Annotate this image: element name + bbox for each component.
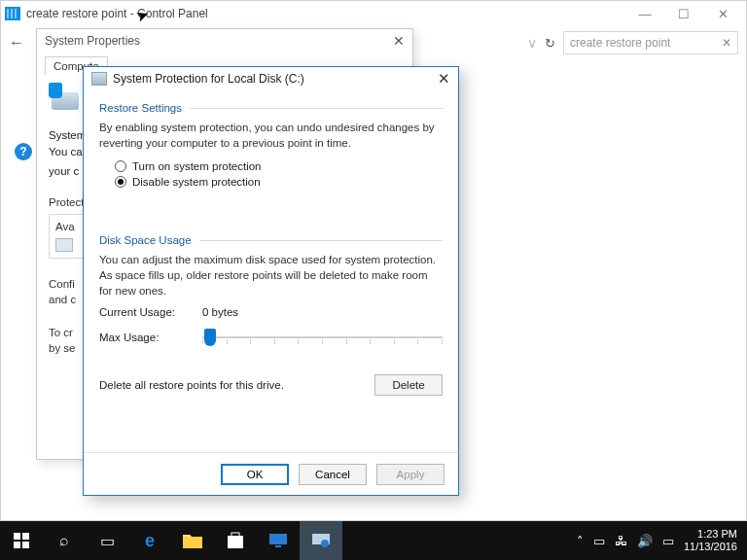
taskbar-edge[interactable]: e (128, 521, 171, 560)
system-properties-close-icon[interactable]: ✕ (393, 33, 405, 49)
search-placeholder: create restore point (570, 36, 670, 50)
edge-icon: e (145, 531, 155, 551)
monitor-icon (268, 532, 288, 549)
radio-icon (115, 176, 126, 188)
restore-settings-desc: By enabling system protection, you can u… (99, 120, 443, 151)
dialog-title: System Protection for Local Disk (C:) (113, 72, 304, 86)
delete-restore-points-desc: Delete all restore points for this drive… (99, 379, 374, 391)
folder-icon (183, 533, 202, 548)
network-icon[interactable]: 🖧 (615, 534, 627, 548)
windows-logo-icon (14, 533, 29, 548)
radio-turn-on-label: Turn on system protection (132, 160, 262, 172)
protection-radio-group: Turn on system protection Disable system… (115, 160, 443, 188)
taskbar-app-1[interactable] (257, 521, 300, 560)
disk-space-desc: You can adjust the maximum disk space us… (99, 252, 443, 298)
task-view-icon: ▭ (100, 532, 115, 550)
action-center-icon[interactable]: ▭ (662, 534, 674, 548)
taskbar: ⌕ ▭ e ˄ ▭ 🖧 🔊 ▭ 1:23 PM 11/13/2016 (0, 521, 747, 560)
search-icon: ⌕ (59, 532, 69, 549)
control-panel-titlebar: create restore point - Control Panel — ☐… (1, 1, 746, 26)
cancel-button[interactable]: Cancel (299, 464, 367, 485)
svg-point-5 (321, 540, 329, 547)
breadcrumb-separator-icon: ∨ (527, 35, 537, 51)
control-panel-sidebar: ? (1, 59, 36, 487)
control-panel-title: create restore point - Control Panel (26, 7, 208, 20)
volume-icon[interactable]: 🔊 (637, 534, 653, 548)
refresh-icon[interactable]: ↻ (545, 36, 555, 51)
system-properties-titlebar: System Properties ✕ (37, 29, 412, 52)
delete-button[interactable]: Delete (374, 374, 443, 396)
max-usage-label: Max Usage: (99, 332, 191, 343)
back-icon[interactable]: ← (9, 34, 24, 52)
radio-disable[interactable]: Disable system protection (115, 176, 443, 188)
clear-search-icon[interactable]: ✕ (722, 36, 731, 50)
taskbar-store[interactable] (214, 521, 257, 560)
search-input[interactable]: create restore point ✕ (563, 31, 738, 54)
dialog-titlebar: System Protection for Local Disk (C:) ✕ (84, 67, 458, 90)
disk-space-heading: Disk Space Usage (99, 234, 192, 246)
maximize-button[interactable]: ☐ (664, 3, 703, 24)
restore-settings-heading: Restore Settings (99, 102, 182, 114)
control-panel-icon (5, 7, 20, 20)
svg-rect-0 (228, 536, 243, 548)
radio-disable-label: Disable system protection (132, 176, 261, 188)
minimize-button[interactable]: — (625, 3, 664, 24)
monitor-settings-icon (311, 532, 331, 549)
clock-date: 11/13/2016 (684, 541, 737, 553)
drive-icon (91, 72, 107, 86)
dialog-close-icon[interactable]: ✕ (438, 70, 450, 88)
system-tray: ˄ ▭ 🖧 🔊 ▭ 1:23 PM 11/13/2016 (577, 528, 747, 552)
store-icon (226, 532, 245, 549)
current-usage-value: 0 bytes (202, 306, 238, 318)
drive-ava-label: Ava (55, 221, 75, 232)
system-protection-dialog: System Protection for Local Disk (C:) ✕ … (83, 66, 459, 496)
taskbar-file-explorer[interactable] (171, 521, 214, 560)
battery-icon[interactable]: ▭ (593, 534, 605, 548)
taskbar-search[interactable]: ⌕ (43, 521, 86, 560)
svg-rect-3 (275, 545, 281, 547)
ok-button[interactable]: OK (221, 464, 289, 485)
tray-chevron-icon[interactable]: ˄ (577, 534, 584, 548)
svg-rect-2 (269, 534, 287, 544)
taskbar-clock[interactable]: 1:23 PM 11/13/2016 (684, 528, 737, 552)
task-view[interactable]: ▭ (86, 521, 128, 560)
current-usage-label: Current Usage: (99, 306, 191, 318)
system-protection-icon (49, 83, 82, 116)
max-usage-slider[interactable] (202, 326, 443, 349)
divider (199, 240, 443, 241)
dialog-footer: OK Cancel Apply (84, 452, 458, 495)
system-properties-title: System Properties (45, 34, 140, 48)
slider-thumb-icon[interactable] (204, 329, 216, 346)
drive-icon (55, 238, 73, 252)
start-button[interactable] (0, 521, 43, 560)
taskbar-app-active[interactable] (300, 521, 342, 560)
close-button[interactable]: ✕ (703, 3, 742, 24)
help-icon[interactable]: ? (15, 143, 32, 160)
clock-time: 1:23 PM (684, 528, 737, 541)
radio-turn-on[interactable]: Turn on system protection (115, 160, 443, 172)
radio-icon (115, 160, 126, 172)
apply-button[interactable]: Apply (376, 464, 445, 485)
divider (190, 108, 443, 109)
